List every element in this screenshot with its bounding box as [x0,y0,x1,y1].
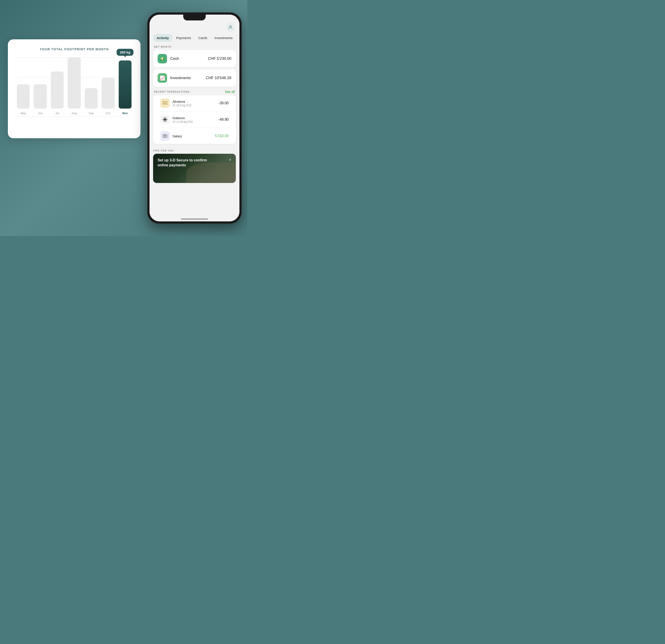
svg-point-0 [230,26,231,27]
invest-amount: CHF 10'546.28 [206,76,231,80]
bar-group-jul: Jul [51,57,64,109]
txn-salary-info: Salary [172,134,182,138]
txn-salary[interactable]: Salary 5'150.00 [157,128,232,144]
phone-frame: Activity Payments Cards Investments NET … [147,12,242,224]
tips-label: TIPS FOR YOU [153,147,236,154]
chart-card: YOUR TOTAL FOOTPRINT PER MONTH MayJunJul… [8,39,140,138]
invest-label: Investments [170,76,191,80]
transactions-label: RECENT TRANSACTIONS [154,90,190,93]
txn-galaxus-amount: -49.90 [218,117,229,121]
txn-alnatura-left: ALNATURA Alnatura 28.5 kg CO2 [160,98,191,108]
tab-activity[interactable]: Activity [153,34,172,42]
cash-label: Cash [170,56,179,61]
galaxus-icon [160,115,170,124]
txn-salary-left: Salary [160,131,182,141]
bar-label-jul: Jul [51,112,64,115]
svg-point-9 [166,120,167,121]
nw-cash-left: 💵 Cash [157,54,179,63]
svg-point-7 [166,118,167,119]
svg-point-6 [164,118,164,119]
net-worth-investments[interactable]: 📈 Investments CHF 10'546.28 [153,69,236,87]
tab-bar: Activity Payments Cards Investments [150,32,240,42]
phone-notch [183,15,206,20]
tips-section: TIPS FOR YOU Set up 3-D Secure to confir… [150,144,240,183]
svg-point-8 [164,120,164,121]
tips-text: Set up 3-D Secure to confirm online paym… [157,158,212,168]
see-all-button[interactable]: See all [225,90,235,94]
tab-investments[interactable]: Investments [211,34,236,42]
bar-jul[interactable] [51,72,64,109]
txn-alnatura-co2: 28.5 kg CO2 [172,104,191,107]
svg-point-3 [165,121,166,122]
tab-payments[interactable]: Payments [172,34,195,42]
chart-title: YOUR TOTAL FOOTPRINT PER MONTH [17,48,132,51]
txn-galaxus-info: Galaxus 11.08 kg CO2 [172,116,193,124]
bar-group-oct: Oct [101,57,114,109]
bar-label-oct: Oct [101,112,114,115]
profile-button[interactable] [226,23,235,32]
bar-label-sep: Sep [85,112,98,115]
tab-cards[interactable]: Cards [195,34,211,42]
transactions-header: RECENT TRANSACTIONS See all [150,87,240,95]
investments-icon: 📈 [157,73,167,83]
txn-galaxus-co2: 11.08 kg CO2 [172,120,193,124]
txn-alnatura-name: Alnatura [172,99,191,103]
bars-container: MayJunJulAugSepOct265 kgNov [17,57,132,117]
home-indicator [181,219,208,220]
bar-group-sep: Sep [85,57,98,109]
bar-nov[interactable]: 265 kg [119,60,132,109]
cash-amount: CHF 5'230.00 [208,56,231,61]
bar-sep[interactable] [85,88,98,109]
bar-may[interactable] [17,84,30,109]
tips-content: Set up 3-D Secure to confirm online paym… [153,154,236,183]
tips-card: Set up 3-D Secure to confirm online paym… [153,154,236,183]
bar-group-nov: 265 kgNov [119,57,132,109]
txn-galaxus[interactable]: Galaxus 11.08 kg CO2 -49.90 [157,112,232,128]
bar-label-nov: Nov [119,112,132,115]
txn-alnatura[interactable]: ALNATURA Alnatura 28.5 kg CO2 -39.00 [157,95,232,111]
chart-tooltip: 265 kg [117,49,134,56]
svg-point-1 [164,118,166,120]
alnatura-icon: ALNATURA [160,98,170,108]
phone-screen: Activity Payments Cards Investments NET … [150,15,240,222]
bar-label-may: May [17,112,30,115]
phone-content: Activity Payments Cards Investments NET … [150,20,240,217]
cash-icon: 💵 [157,54,167,63]
txn-alnatura-info: Alnatura 28.5 kg CO2 [172,99,191,107]
txn-alnatura-amount: -39.00 [218,101,229,105]
svg-point-2 [165,117,166,118]
net-worth-cash[interactable]: 💵 Cash CHF 5'230.00 [153,50,236,68]
bar-aug[interactable] [68,57,80,109]
salary-icon [160,131,170,141]
bar-group-jun: Jun [34,57,46,109]
phone-wrapper: Activity Payments Cards Investments NET … [147,12,242,224]
txn-salary-name: Salary [172,134,182,138]
bar-label-jun: Jun [34,112,46,115]
scene: YOUR TOTAL FOOTPRINT PER MONTH MayJunJul… [6,8,242,228]
txn-salary-amount: 5'150.00 [215,134,229,138]
bar-oct[interactable] [101,78,114,109]
tips-close-button[interactable]: × [229,158,231,162]
bar-group-may: May [17,57,30,109]
txn-galaxus-left: Galaxus 11.08 kg CO2 [160,115,193,124]
transactions-list: ALNATURA Alnatura 28.5 kg CO2 -39.00 [153,95,236,144]
nw-invest-left: 📈 Investments [157,73,191,83]
net-worth-label: NET WORTH [150,42,240,50]
bar-group-aug: Aug [68,57,80,109]
svg-point-4 [163,119,164,120]
bar-jun[interactable] [34,84,46,109]
chart-area: MayJunJulAugSepOct265 kgNov [17,57,132,125]
net-worth-items: 💵 Cash CHF 5'230.00 📈 Investments CHF 10… [150,50,240,87]
svg-point-5 [167,119,168,120]
phone-topbar [150,20,240,32]
bar-label-aug: Aug [68,112,80,115]
txn-galaxus-name: Galaxus [172,116,193,120]
